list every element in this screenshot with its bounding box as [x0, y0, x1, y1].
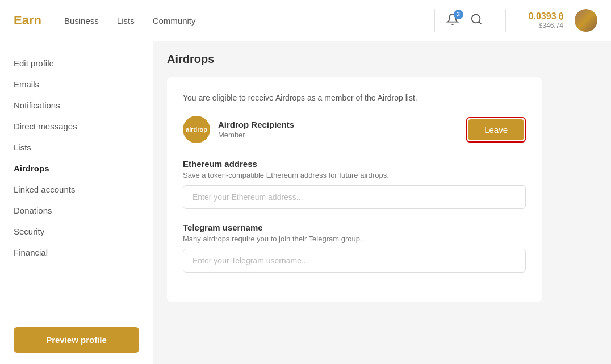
header-actions: 3 0.0393 ₿ $346.74 [446, 9, 597, 32]
ethereum-label: Ethereum address [183, 159, 526, 169]
svg-point-0 [471, 15, 480, 23]
header: Earn Business Lists Community 3 0.0393 ₿ [0, 0, 611, 41]
airdrops-card: You are eligible to receive Airdrops as … [167, 77, 542, 302]
preview-profile-button[interactable]: Preview profile [14, 327, 139, 353]
telegram-field-section: Telegram username Many airdrops require … [183, 223, 526, 273]
airdrop-name: Airdrop Recipients [218, 120, 466, 129]
sidebar-item-security[interactable]: Security [14, 221, 139, 242]
sidebar-item-edit-profile[interactable]: Edit profile [14, 53, 139, 74]
crypto-amount: 0.0393 ₿ [529, 11, 563, 22]
notifications-button[interactable]: 3 [446, 13, 459, 28]
sidebar-item-emails[interactable]: Emails [14, 74, 139, 95]
header-divider [434, 9, 435, 32]
ethereum-description: Save a token-compatible Ethereum address… [183, 171, 526, 179]
notification-badge: 3 [454, 10, 463, 19]
sidebar-item-financial[interactable]: Financial [14, 242, 139, 263]
airdrop-member-row: airdrop Airdrop Recipients Member Leave [183, 116, 526, 143]
avatar-image [575, 9, 597, 32]
sidebar-item-airdrops[interactable]: Airdrops [14, 158, 139, 179]
crypto-balance: 0.0393 ₿ $346.74 [529, 11, 563, 30]
nav-community[interactable]: Community [153, 16, 196, 26]
airdrop-info: Airdrop Recipients Member [218, 120, 466, 139]
usd-amount: $346.74 [539, 22, 563, 30]
sidebar-item-lists[interactable]: Lists [14, 137, 139, 158]
sidebar: Edit profile Emails Notifications Direct… [0, 41, 153, 364]
search-button[interactable] [470, 13, 483, 28]
page-title: Airdrops [167, 53, 597, 66]
logo[interactable]: Earn [14, 13, 41, 28]
main-nav: Business Lists Community [64, 16, 423, 26]
page-layout: Edit profile Emails Notifications Direct… [0, 41, 611, 364]
sidebar-item-notifications[interactable]: Notifications [14, 95, 139, 116]
eligibility-text: You are eligible to receive Airdrops as … [183, 93, 526, 102]
header-divider-2 [505, 9, 506, 32]
svg-line-1 [479, 22, 481, 24]
airdrop-logo: airdrop [183, 116, 210, 143]
telegram-label: Telegram username [183, 223, 526, 232]
sidebar-item-linked-accounts[interactable]: Linked accounts [14, 179, 139, 200]
sidebar-nav: Edit profile Emails Notifications Direct… [0, 53, 153, 318]
leave-button-wrap: Leave [466, 117, 526, 143]
sidebar-item-direct-messages[interactable]: Direct messages [14, 116, 139, 137]
main-content: Airdrops You are eligible to receive Air… [153, 41, 611, 364]
ethereum-field-section: Ethereum address Save a token-compatible… [183, 159, 526, 209]
telegram-description: Many airdrops require you to join their … [183, 235, 526, 243]
ethereum-input[interactable] [183, 185, 526, 209]
user-avatar[interactable] [575, 9, 597, 32]
sidebar-item-donations[interactable]: Donations [14, 200, 139, 221]
nav-lists[interactable]: Lists [117, 16, 135, 26]
telegram-input[interactable] [183, 249, 526, 273]
search-icon [470, 13, 483, 26]
nav-business[interactable]: Business [64, 16, 99, 26]
airdrop-role: Member [218, 131, 466, 139]
leave-button[interactable]: Leave [468, 119, 524, 140]
